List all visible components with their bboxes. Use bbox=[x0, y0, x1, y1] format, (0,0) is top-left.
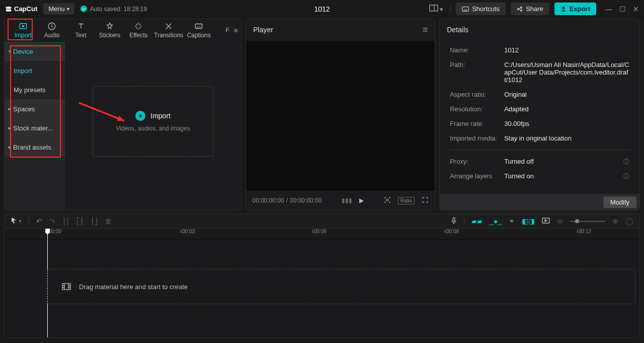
sidebar-item-device[interactable]: Device bbox=[5, 42, 65, 61]
plus-icon: + bbox=[135, 111, 145, 121]
details-header: Details bbox=[440, 19, 639, 41]
layout-icon[interactable]: ▾ bbox=[427, 3, 446, 15]
tab-audio-label: Audio bbox=[44, 32, 60, 39]
zoom-thumb[interactable] bbox=[575, 219, 579, 223]
player-header: Player ≡ bbox=[246, 19, 435, 41]
detail-name: Name:1012 bbox=[450, 43, 629, 57]
dropzone-subtitle: Videos, audios, and images bbox=[116, 125, 190, 132]
player-menu-icon[interactable]: ≡ bbox=[423, 25, 428, 35]
divider bbox=[29, 217, 29, 225]
delete-icon[interactable]: 🗑 bbox=[105, 217, 112, 225]
minimize-icon[interactable]: — bbox=[605, 5, 612, 13]
track-drop-label: Drag material here and start to create bbox=[79, 283, 188, 291]
play-icon[interactable]: ▶ bbox=[359, 197, 364, 204]
detail-aspect: Aspect ratio:Original bbox=[450, 87, 629, 102]
trim-right-icon[interactable]: ⎮⎦ bbox=[91, 217, 98, 225]
media-pane: Import Audio Text Stickers Effects Trans… bbox=[4, 18, 242, 211]
split-icon[interactable]: ⎮⎮ bbox=[62, 217, 69, 225]
tab-captions-label: Captions bbox=[187, 32, 210, 39]
player-canvas[interactable] bbox=[246, 41, 435, 191]
player-controls: 00:00:00:00 / 00:00:00:00 ▮▮▮ ▶ Ratio bbox=[246, 191, 435, 210]
audio-icon bbox=[47, 22, 56, 31]
tab-text[interactable]: Text bbox=[67, 19, 94, 42]
dropzone-title: Import bbox=[150, 112, 171, 120]
link-icon[interactable]: ⚭ bbox=[509, 217, 515, 225]
info-icon[interactable]: ⓘ bbox=[623, 172, 629, 181]
sidebar-item-spaces[interactable]: Spaces bbox=[5, 99, 65, 118]
menu-label: Menu bbox=[48, 5, 65, 13]
maximize-icon[interactable]: ☐ bbox=[619, 5, 626, 13]
capcut-logo-icon bbox=[5, 6, 12, 13]
checkmark-icon bbox=[80, 6, 87, 12]
tab-captions[interactable]: Captions bbox=[185, 19, 212, 42]
sidebar-device-label: Device bbox=[13, 48, 33, 55]
import-dropzone[interactable]: + Import Videos, audios, and images bbox=[93, 86, 213, 157]
export-button[interactable]: Export bbox=[554, 3, 596, 15]
player-center-controls: ▮▮▮ ▶ bbox=[342, 197, 364, 204]
tab-import[interactable]: Import bbox=[10, 19, 36, 42]
zoom-out-icon[interactable]: ⊖ bbox=[557, 217, 563, 225]
timeline-toolbar: ▾ ↶ ↷ ⎮⎮ ⎡⎮ ⎮⎦ 🗑 ▰▰ ⎯◆⎯ ⚭ ◧◨ ⊖ ⊕ ◯ bbox=[4, 214, 640, 229]
info-icon[interactable]: ⓘ bbox=[623, 158, 629, 166]
tab-audio[interactable]: Audio bbox=[38, 19, 65, 42]
mic-icon[interactable] bbox=[451, 217, 457, 226]
fullscreen-icon[interactable] bbox=[422, 196, 429, 205]
quality-icon[interactable]: ▮▮▮ bbox=[342, 197, 352, 204]
export-icon bbox=[560, 6, 567, 12]
track-dropzone[interactable]: Drag material here and start to create bbox=[47, 269, 635, 304]
details-divider bbox=[450, 150, 629, 150]
details-body: Name:1012 Path:C:/Users/Usman Ali Nasir/… bbox=[440, 41, 639, 194]
detail-resolution: Resolution:Adapted bbox=[450, 102, 629, 116]
tab-stickers[interactable]: Stickers bbox=[96, 19, 123, 42]
svg-rect-17 bbox=[453, 218, 455, 221]
tab-effects[interactable]: Effects bbox=[125, 19, 152, 42]
tab-import-label: Import bbox=[15, 32, 32, 39]
detail-path: Path:C:/Users/Usman Ali Nasir/AppData/Lo… bbox=[450, 57, 629, 87]
shortcuts-button[interactable]: Shortcuts bbox=[456, 3, 506, 15]
tab-effects-label: Effects bbox=[129, 32, 147, 39]
zoom-in-icon[interactable]: ⊕ bbox=[612, 217, 618, 225]
modify-button[interactable]: Modify bbox=[603, 196, 636, 208]
zoom-slider[interactable] bbox=[570, 221, 605, 222]
undo-icon[interactable]: ↶ bbox=[36, 217, 42, 225]
import-icon bbox=[19, 22, 28, 31]
pointer-dropdown-icon[interactable]: ▾ bbox=[19, 219, 22, 224]
timeline[interactable]: 00:00 00:03 00:06 00:09 00:12 Drag mater… bbox=[4, 229, 640, 338]
share-icon bbox=[517, 6, 523, 12]
share-label: Share bbox=[526, 5, 543, 13]
pointer-icon[interactable] bbox=[11, 217, 17, 225]
magnet-main-icon[interactable]: ▰▰ bbox=[471, 217, 482, 225]
project-title: 1012 bbox=[314, 5, 330, 13]
timeline-ruler[interactable]: 00:00 00:03 00:06 00:09 00:12 bbox=[5, 229, 639, 240]
sidebar-item-stock[interactable]: Stock mater... bbox=[5, 118, 65, 138]
main-layout: Import Audio Text Stickers Effects Trans… bbox=[0, 18, 644, 211]
ratio-button[interactable]: Ratio bbox=[398, 197, 415, 204]
tab-transitions[interactable]: Transitions bbox=[154, 19, 183, 42]
sidebar-item-import[interactable]: Import bbox=[5, 61, 65, 80]
svg-rect-13 bbox=[195, 24, 202, 29]
zoom-fit-icon[interactable]: ◯ bbox=[625, 217, 633, 225]
app-name: CapCut bbox=[14, 5, 37, 13]
toolbar-left: ▾ ↶ ↷ ⎮⎮ ⎡⎮ ⎮⎦ 🗑 bbox=[11, 217, 112, 225]
magnet-auto-icon[interactable]: ⎯◆⎯ bbox=[490, 217, 502, 225]
share-button[interactable]: Share bbox=[511, 3, 549, 15]
ribbon-overflow-icon[interactable]: » bbox=[233, 26, 238, 35]
preview-icon[interactable] bbox=[542, 217, 550, 225]
snap-icon[interactable]: ◧◨ bbox=[522, 217, 535, 225]
menu-button[interactable]: Menu ▾ bbox=[43, 3, 74, 15]
time-total: 00:00:00:00 bbox=[290, 197, 321, 204]
svg-point-16 bbox=[386, 199, 388, 201]
chevron-down-icon: ▾ bbox=[67, 6, 69, 12]
redo-icon[interactable]: ↷ bbox=[49, 217, 55, 225]
close-icon[interactable]: ✕ bbox=[633, 5, 639, 13]
sidebar-stock-label: Stock mater... bbox=[13, 124, 53, 132]
focus-icon[interactable] bbox=[384, 196, 391, 205]
sidebar-spaces-label: Spaces bbox=[13, 105, 35, 113]
stickers-icon bbox=[105, 22, 114, 31]
player-title: Player bbox=[253, 26, 273, 34]
ruler-mark: 00:12 bbox=[577, 229, 591, 234]
sidebar-item-presets[interactable]: My presets bbox=[5, 80, 65, 99]
detail-layers: Arrange layersTurned onⓘ bbox=[450, 169, 629, 183]
sidebar-item-brand[interactable]: Brand assets bbox=[5, 138, 65, 157]
trim-left-icon[interactable]: ⎡⎮ bbox=[76, 217, 84, 225]
